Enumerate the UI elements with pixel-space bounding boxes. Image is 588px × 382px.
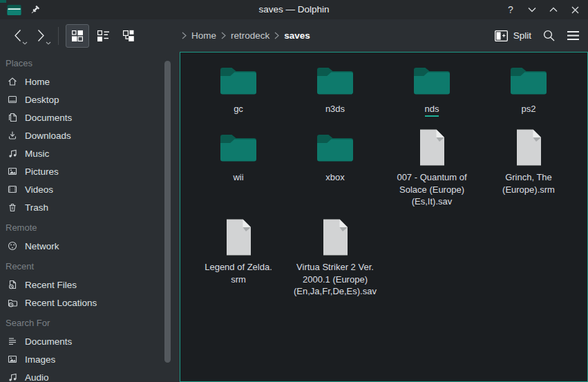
split-icon <box>495 30 508 41</box>
folder-icon <box>315 127 355 167</box>
chevron-right-icon <box>221 32 226 39</box>
help-button[interactable]: ? <box>504 3 517 16</box>
maximize-button[interactable] <box>547 3 560 16</box>
file-icon <box>223 217 254 257</box>
titlebar: saves — Dolphin ? <box>0 0 588 19</box>
recent-file-icon <box>7 279 18 290</box>
sidebar-item-search-audio[interactable]: Audio <box>0 368 180 382</box>
item-label: n3ds <box>325 104 345 114</box>
back-button[interactable] <box>8 26 26 46</box>
forward-dropdown-icon[interactable] <box>46 41 51 45</box>
section-header-places: Places <box>0 55 180 73</box>
file-item-007-quantum-of-solace[interactable]: 007 - Quantum of Solace (Europe) (Es,It)… <box>383 127 480 217</box>
sidebar-item-label: Downloads <box>25 131 71 141</box>
home-icon <box>7 76 18 87</box>
sidebar-scrollbar[interactable] <box>164 61 171 363</box>
item-label-hovered: nds <box>425 104 439 117</box>
sidebar-item-search-documents[interactable]: Documents <box>0 332 180 350</box>
sidebar-item-recent-locations[interactable]: Recent Locations <box>0 294 180 312</box>
folder-item-nds[interactable]: nds <box>383 61 480 127</box>
pin-icon[interactable] <box>30 5 40 15</box>
section-header-remote: Remote <box>0 219 180 237</box>
folder-icon <box>315 61 355 99</box>
sidebar-item-label: Desktop <box>25 95 59 105</box>
grid-row: gc n3ds nds <box>190 61 587 127</box>
toolbar-separator <box>58 27 59 45</box>
document-icon <box>7 112 18 123</box>
folder-item-ps2[interactable]: ps2 <box>480 61 577 127</box>
sidebar-item-trash[interactable]: Trash <box>0 198 180 216</box>
folder-icon <box>218 61 258 99</box>
item-label: Legend of Zelda. srm <box>205 262 272 285</box>
sidebar-item-label: Recent Files <box>25 280 77 290</box>
sidebar-item-search-images[interactable]: Images <box>0 350 180 368</box>
window-title: saves — Dolphin <box>0 0 588 19</box>
folder-item-wii[interactable]: wii <box>190 127 287 217</box>
back-dropdown-icon[interactable] <box>22 41 28 45</box>
sidebar-item-videos[interactable]: Videos <box>0 180 180 198</box>
folder-icon <box>412 61 452 99</box>
image-icon <box>7 354 18 365</box>
folder-item-n3ds[interactable]: n3ds <box>287 61 383 127</box>
forward-button[interactable] <box>32 26 50 46</box>
breadcrumb-retrodeck[interactable]: retrodeck <box>231 30 269 41</box>
music-note-icon <box>7 148 18 159</box>
search-icon[interactable] <box>542 29 556 42</box>
item-label: wii <box>233 172 243 182</box>
close-button[interactable] <box>569 3 581 16</box>
split-button[interactable]: Split <box>495 30 531 41</box>
trash-icon <box>7 202 18 213</box>
file-item-legend-of-zelda[interactable]: Legend of Zelda. srm <box>190 217 287 307</box>
file-icon <box>513 127 544 167</box>
sidebar-item-label: Pictures <box>25 166 59 177</box>
breadcrumb: Home retrodeck saves <box>182 19 310 52</box>
folder-item-xbox[interactable]: xbox <box>287 127 383 217</box>
sidebar-item-label: Music <box>25 149 49 159</box>
sidebar-item-label: Network <box>25 241 59 251</box>
item-label: gc <box>234 104 243 114</box>
hamburger-menu-icon[interactable] <box>567 30 580 41</box>
grid-row: Legend of Zelda. srm Virtua Striker 2 Ve… <box>190 217 587 307</box>
sidebar-item-documents[interactable]: Documents <box>0 108 180 126</box>
breadcrumb-current[interactable]: saves <box>284 30 310 41</box>
minimize-button[interactable] <box>526 3 538 16</box>
music-note-icon <box>7 372 18 382</box>
toolbar: Home retrodeck saves Split <box>0 19 588 52</box>
network-icon <box>7 240 18 251</box>
chevron-right-icon <box>182 32 187 39</box>
sidebar-item-downloads[interactable]: Downloads <box>0 126 180 144</box>
download-icon <box>7 130 18 141</box>
sidebar-item-network[interactable]: Network <box>0 237 180 255</box>
sidebar-item-desktop[interactable]: Desktop <box>0 90 180 108</box>
item-label: Virtua Striker 2 Ver. 2000.1 (Europe) (E… <box>294 262 377 296</box>
details-view-button[interactable] <box>91 24 115 48</box>
folder-icon <box>509 61 549 99</box>
item-label: Grinch, The (Europe).srm <box>502 172 555 195</box>
sidebar-item-recent-files[interactable]: Recent Files <box>0 276 180 294</box>
tree-view-button[interactable] <box>117 24 140 48</box>
item-label: ps2 <box>522 104 536 114</box>
folder-icon <box>218 127 258 167</box>
sidebar-item-label: Images <box>25 354 55 365</box>
sidebar-item-label: Audio <box>25 372 49 382</box>
recent-folder-icon <box>7 297 18 308</box>
grid-row: wii xbox 007 - Quantum of Solace (Europe… <box>190 127 587 217</box>
icons-view-button[interactable] <box>66 24 89 48</box>
file-item-grinch-the[interactable]: Grinch, The (Europe).srm <box>480 127 577 217</box>
file-item-virtua-striker-2[interactable]: Virtua Striker 2 Ver. 2000.1 (Europe) (E… <box>287 217 383 307</box>
film-icon <box>7 184 18 195</box>
breadcrumb-home[interactable]: Home <box>191 30 216 41</box>
split-label: Split <box>513 30 531 41</box>
sidebar-item-pictures[interactable]: Pictures <box>0 162 180 180</box>
sidebar-item-label: Recent Locations <box>25 298 97 308</box>
folder-view[interactable]: gc n3ds nds <box>180 52 588 382</box>
app-folder-icon <box>7 4 21 16</box>
item-label: 007 - Quantum of Solace (Europe) (Es,It)… <box>397 172 466 207</box>
folder-item-gc[interactable]: gc <box>190 61 287 127</box>
sidebar-item-label: Documents <box>25 113 72 123</box>
section-header-search-for: Search For <box>0 314 180 332</box>
file-icon <box>417 127 448 167</box>
image-icon <box>7 166 18 177</box>
sidebar-item-music[interactable]: Music <box>0 144 180 162</box>
sidebar-item-home[interactable]: Home <box>0 73 180 90</box>
